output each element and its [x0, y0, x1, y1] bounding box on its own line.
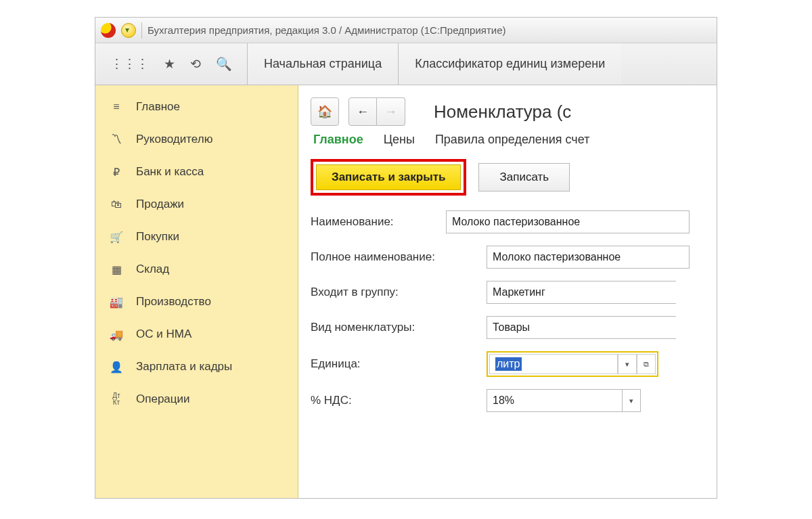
person-icon: 👤	[109, 361, 124, 374]
tabbar: ⋮⋮⋮ ★ ⟲ 🔍 Начальная страница Классификат…	[95, 43, 717, 85]
dtkt-icon: ДтКт	[109, 392, 124, 406]
cart-icon: 🛒	[109, 231, 124, 244]
sidebar-item-label: Банк и касса	[136, 165, 204, 179]
sidebar-item-assets[interactable]: 🚚ОС и НМА	[95, 318, 298, 351]
window-title: Бухгалтерия предприятия, редакция 3.0 / …	[148, 24, 506, 36]
sidebar-item-manager[interactable]: 〽Руководителю	[95, 123, 298, 156]
chart-icon: 〽	[109, 133, 124, 145]
unit-dropdown-icon[interactable]: ▾	[618, 354, 637, 374]
history-icon[interactable]: ⟲	[190, 56, 201, 72]
group-label: Входит в группу:	[311, 286, 487, 299]
app-logo-icon	[101, 23, 116, 38]
back-button[interactable]: ←	[348, 97, 377, 126]
group-combo[interactable]: Маркетинг	[487, 281, 676, 304]
unit-highlight: литр ▾ ⧉	[487, 351, 658, 377]
separator	[141, 22, 142, 39]
highlight-frame: Записать и закрыть	[311, 159, 466, 196]
sidebar-item-label: Склад	[136, 263, 169, 276]
save-button[interactable]: Записать	[478, 163, 570, 191]
unit-label: Единица:	[311, 357, 487, 371]
sidebar-item-purchases[interactable]: 🛒Покупки	[95, 221, 298, 253]
forward-button: →	[377, 97, 405, 126]
window-frame: Бухгалтерия предприятия, редакция 3.0 / …	[95, 17, 717, 499]
tabbar-icon-group: ⋮⋮⋮ ★ ⟲ 🔍	[95, 43, 247, 85]
name-label: Наименование:	[311, 215, 446, 229]
bag-icon: 🛍	[109, 198, 124, 210]
sidebar-item-label: Покупки	[136, 230, 179, 244]
titlebar: Бухгалтерия предприятия, редакция 3.0 / …	[95, 18, 717, 43]
home-button[interactable]: 🏠	[311, 97, 339, 126]
name-input[interactable]: Молоко пастеризованное	[446, 210, 690, 233]
subnav: Главное Цены Правила определения счет	[313, 133, 717, 147]
sidebar-item-label: Руководителю	[136, 133, 212, 146]
subnav-prices[interactable]: Цены	[384, 133, 415, 147]
main-content: 🏠 ← → Номенклатура (с Главное Цены Прави…	[298, 85, 717, 498]
unit-open-icon[interactable]: ⧉	[637, 354, 656, 374]
save-and-close-button[interactable]: Записать и закрыть	[316, 164, 461, 190]
full-name-label: Полное наименование:	[311, 250, 487, 264]
group-input[interactable]: Маркетинг	[487, 281, 676, 304]
tab-start-page[interactable]: Начальная страница	[247, 43, 398, 85]
unit-value-selected: литр	[495, 357, 522, 371]
type-combo[interactable]: Товары	[487, 316, 676, 339]
search-icon[interactable]: 🔍	[216, 56, 232, 72]
sidebar-item-sales[interactable]: 🛍Продажи	[95, 188, 298, 221]
vat-dropdown-icon[interactable]: ▾	[622, 389, 641, 412]
sidebar-item-main[interactable]: ≡Главное	[95, 91, 298, 123]
vat-label: % НДС:	[311, 394, 487, 407]
sidebar-item-label: Зарплата и кадры	[136, 360, 232, 374]
tab-classifier[interactable]: Классификатор единиц измерени	[398, 43, 621, 85]
sidebar-item-label: Производство	[136, 295, 211, 309]
sidebar-item-operations[interactable]: ДтКтОперации	[95, 383, 298, 415]
sidebar-item-label: ОС и НМА	[136, 328, 191, 341]
sidebar: ≡Главное 〽Руководителю ₽Банк и касса 🛍Пр…	[95, 85, 298, 498]
sidebar-item-label: Операции	[136, 392, 190, 406]
factory-icon: 🏭	[109, 296, 124, 309]
sidebar-item-label: Продажи	[136, 198, 184, 211]
vat-combo[interactable]: 18% ▾	[487, 389, 641, 412]
grid-icon: ▦	[109, 263, 124, 276]
sidebar-item-bank[interactable]: ₽Банк и касса	[95, 156, 298, 188]
sidebar-item-production[interactable]: 🏭Производство	[95, 286, 298, 318]
sidebar-item-warehouse[interactable]: ▦Склад	[95, 253, 298, 286]
dropdown-icon[interactable]	[121, 23, 136, 38]
full-name-input[interactable]: Молоко пастеризованное	[487, 246, 690, 269]
ruble-icon: ₽	[109, 166, 124, 179]
page-title: Номенклатура (с	[434, 101, 571, 122]
type-input[interactable]: Товары	[487, 316, 676, 339]
type-label: Вид номенклатуры:	[311, 321, 487, 334]
star-icon[interactable]: ★	[164, 56, 175, 72]
menu-icon: ≡	[109, 101, 124, 113]
sidebar-item-hr[interactable]: 👤Зарплата и кадры	[95, 351, 298, 383]
vat-input[interactable]: 18%	[487, 389, 622, 412]
sidebar-item-label: Главное	[136, 100, 180, 114]
unit-input[interactable]: литр	[489, 354, 618, 374]
apps-icon[interactable]: ⋮⋮⋮	[110, 56, 149, 72]
truck-icon: 🚚	[109, 328, 124, 341]
subnav-rules[interactable]: Правила определения счет	[435, 133, 589, 147]
subnav-main[interactable]: Главное	[313, 133, 363, 147]
